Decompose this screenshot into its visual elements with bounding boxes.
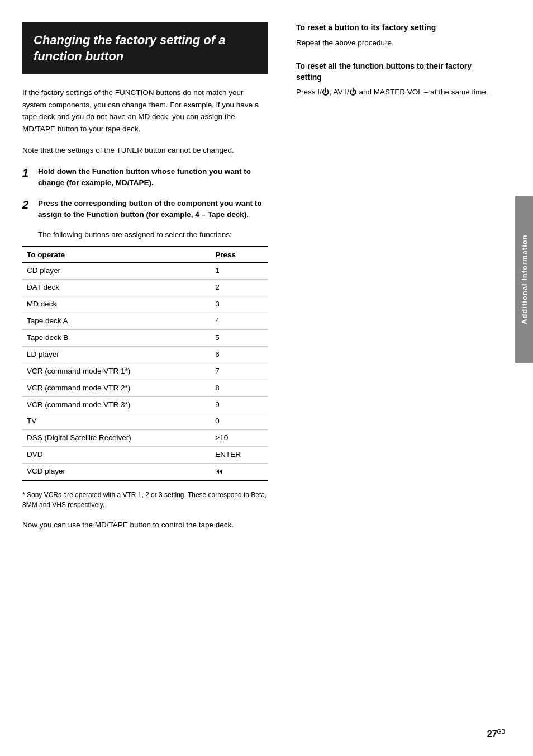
table-cell-operate: DVD — [22, 447, 211, 464]
table-cell-operate: Tape deck A — [22, 313, 211, 330]
table-cell-press: 2 — [211, 280, 268, 296]
table-cell-press: 0 — [211, 413, 268, 430]
table-row: DVDENTER — [22, 447, 268, 464]
reset-all-body: Press I/⏻, AV I/⏻ and MASTER VOL – at th… — [296, 86, 492, 98]
reset-button-body: Repeat the above procedure. — [296, 37, 492, 49]
step-2: 2 Press the corresponding button of the … — [22, 198, 268, 221]
sidebar-label: Additional Information — [520, 235, 529, 325]
table-row: VCR (command mode VTR 2*)8 — [22, 380, 268, 396]
step-1-number: 1 — [22, 166, 34, 179]
table-cell-press: 3 — [211, 296, 268, 313]
sidebar-tab: Additional Information — [515, 196, 533, 363]
table-row: VCD player⏮ — [22, 464, 268, 480]
table-row: DSS (Digital Satellite Receiver)>10 — [22, 430, 268, 447]
table-row: VCR (command mode VTR 3*)9 — [22, 396, 268, 413]
table-row: Tape deck A4 — [22, 313, 268, 330]
table-cell-operate: CD player — [22, 263, 211, 280]
reset-button-section: To reset a button to its factory setting… — [296, 22, 492, 49]
page-num-value: 27 — [487, 729, 497, 739]
step2-subtext: The following buttons are assigned to se… — [38, 229, 268, 240]
step-1-text: Hold down the Function button whose func… — [38, 166, 268, 189]
table-header-operate: To operate — [22, 247, 211, 263]
table-cell-operate: VCR (command mode VTR 1*) — [22, 363, 211, 380]
left-column: Changing the factory setting of a functi… — [22, 22, 279, 734]
closing-text: Now you can use the MD/TAPE button to co… — [22, 519, 268, 531]
table-row: LD player6 — [22, 346, 268, 363]
table-cell-operate: Tape deck B — [22, 329, 211, 346]
title-box: Changing the factory setting of a functi… — [22, 22, 268, 74]
reset-all-section: To reset all the function buttons to the… — [296, 61, 492, 98]
table-cell-operate: DSS (Digital Satellite Receiver) — [22, 430, 211, 447]
page-number: 27GB — [487, 729, 505, 739]
footnote: * Sony VCRs are operated with a VTR 1, 2… — [22, 490, 268, 510]
reset-button-heading: To reset a button to its factory setting — [296, 22, 492, 34]
table-cell-press: 9 — [211, 396, 268, 413]
table-cell-press: ENTER — [211, 447, 268, 464]
reset-all-heading: To reset all the function buttons to the… — [296, 61, 492, 83]
note-paragraph: Note that the settings of the TUNER butt… — [22, 144, 268, 157]
table-cell-press: 5 — [211, 329, 268, 346]
right-column: To reset a button to its factory setting… — [279, 22, 492, 734]
page-suffix: GB — [497, 729, 505, 735]
page-title: Changing the factory setting of a functi… — [34, 32, 257, 64]
table-row: VCR (command mode VTR 1*)7 — [22, 363, 268, 380]
table-row: TV0 — [22, 413, 268, 430]
function-table: To operate Press CD player1DAT deck2MD d… — [22, 246, 268, 481]
table-cell-press: ⏮ — [211, 464, 268, 480]
table-cell-operate: VCR (command mode VTR 3*) — [22, 396, 211, 413]
intro-paragraph: If the factory settings of the FUNCTION … — [22, 87, 268, 135]
table-row: Tape deck B5 — [22, 329, 268, 346]
table-cell-operate: LD player — [22, 346, 211, 363]
table-cell-operate: TV — [22, 413, 211, 430]
table-cell-press: 8 — [211, 380, 268, 396]
table-cell-press: 1 — [211, 263, 268, 280]
step-2-number: 2 — [22, 198, 34, 211]
table-row: DAT deck2 — [22, 280, 268, 296]
table-cell-operate: MD deck — [22, 296, 211, 313]
table-header-press: Press — [211, 247, 268, 263]
table-cell-press: 7 — [211, 363, 268, 380]
step-1: 1 Hold down the Function button whose fu… — [22, 166, 268, 189]
table-cell-operate: VCD player — [22, 464, 211, 480]
table-cell-operate: VCR (command mode VTR 2*) — [22, 380, 211, 396]
step-2-text: Press the corresponding button of the co… — [38, 198, 268, 221]
table-cell-press: >10 — [211, 430, 268, 447]
table-cell-press: 6 — [211, 346, 268, 363]
table-cell-press: 4 — [211, 313, 268, 330]
table-row: CD player1 — [22, 263, 268, 280]
table-row: MD deck3 — [22, 296, 268, 313]
table-cell-operate: DAT deck — [22, 280, 211, 296]
